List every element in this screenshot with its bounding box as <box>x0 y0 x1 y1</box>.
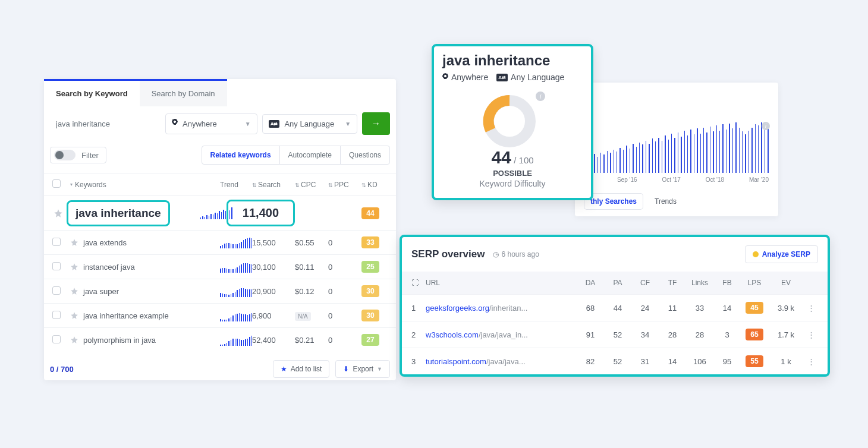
serp-updated-time: ◷6 hours ago <box>493 250 539 258</box>
coin-icon <box>753 251 759 257</box>
tab-keyword[interactable]: Search by Keyword <box>44 81 140 106</box>
select-all-checkbox[interactable] <box>52 179 61 188</box>
language-dropdown[interactable]: A⇄ Any Language ▼ <box>262 114 358 134</box>
trend-sparkline <box>220 236 252 248</box>
cf-value: 31 <box>631 357 659 366</box>
location-dropdown[interactable]: Anywhere ▼ <box>165 113 257 134</box>
kd-badge: 25 <box>361 261 379 273</box>
serp-row[interactable]: 1geeksforgeeks.org/inheritan...684424113… <box>402 294 828 321</box>
kd-card-title: java inheritance <box>442 52 583 69</box>
links-value: 28 <box>686 330 713 339</box>
col-kd[interactable]: ⇅KD <box>361 181 388 189</box>
pill-questions[interactable]: Questions <box>340 146 389 164</box>
serp-url[interactable]: w3schools.com/java/java_in... <box>426 330 577 339</box>
col-cpc[interactable]: ⇅CPC <box>295 181 328 189</box>
star-icon[interactable] <box>70 336 78 344</box>
row-checkbox[interactable] <box>52 335 61 343</box>
col-tf: TF <box>659 279 686 287</box>
keyword-text: java extends <box>83 238 220 247</box>
trend-sparkline <box>220 334 252 346</box>
col-ev: EV <box>768 279 804 287</box>
selection-counter: 0 / 700 <box>50 365 74 374</box>
col-fb: FB <box>713 279 741 287</box>
serp-rank: 3 <box>411 357 426 366</box>
star-icon[interactable] <box>70 311 78 320</box>
kd-card-meta: Anywhere A⇄Any Language <box>442 72 583 82</box>
kd-badge: 27 <box>361 334 379 346</box>
serp-table-header: ⛶ URL DA PA CF TF Links FB LPS EV <box>402 272 828 294</box>
analyze-serp-button[interactable]: Analyze SERP <box>745 245 818 263</box>
ev-value: 1 k <box>768 357 804 366</box>
info-icon[interactable]: i <box>536 92 545 101</box>
ppc-value: 0 <box>328 336 361 345</box>
col-keywords[interactable]: ▾Keywords <box>70 181 220 189</box>
star-icon[interactable] <box>70 238 78 247</box>
star-icon[interactable] <box>70 287 78 295</box>
keyword-row[interactable]: java super20,900$0.12030 <box>44 279 396 303</box>
cpc-value: $0.55 <box>295 238 328 247</box>
kd-badge: 44 <box>361 207 379 219</box>
download-icon: ⬇ <box>343 365 349 373</box>
kd-label: Keyword Difficulty <box>442 179 583 188</box>
da-value: 91 <box>577 330 604 339</box>
row-checkbox[interactable] <box>52 311 61 319</box>
serp-row[interactable]: 3tutorialspoint.com/java/java...82523114… <box>402 348 828 374</box>
keyword-input[interactable] <box>54 113 161 134</box>
pill-autocomplete[interactable]: Autocomplete <box>279 146 340 164</box>
tf-value: 28 <box>659 330 686 339</box>
ppc-value: 0 <box>328 287 361 296</box>
serp-rank: 2 <box>411 330 426 339</box>
tab-domain[interactable]: Search by Domain <box>140 81 227 106</box>
search-volume: 52,400 <box>252 336 295 345</box>
search-go-button[interactable]: → <box>362 112 390 135</box>
col-ppc[interactable]: ⇅PPC <box>328 181 361 189</box>
clock-icon: ◷ <box>493 250 499 258</box>
pill-related[interactable]: Related keywords <box>202 146 279 164</box>
serp-url[interactable]: tutorialspoint.com/java/java... <box>426 357 577 366</box>
keyword-row[interactable]: java inheritance example6,900N/A030 <box>44 303 396 327</box>
cpc-value: N/A <box>295 311 328 320</box>
row-checkbox[interactable] <box>52 238 61 246</box>
col-da: DA <box>577 279 604 287</box>
info-icon[interactable]: i <box>762 122 770 130</box>
toggle-switch[interactable] <box>54 150 76 160</box>
row-menu-icon[interactable]: ⋮ <box>804 357 818 366</box>
da-value: 68 <box>577 304 604 313</box>
add-to-list-button[interactable]: ★ Add to list <box>273 360 330 378</box>
expand-icon[interactable]: ⛶ <box>411 279 426 287</box>
serp-row[interactable]: 2w3schools.com/java/java_in...9152342828… <box>402 321 828 348</box>
ev-value: 1.7 k <box>768 330 804 339</box>
col-search[interactable]: ⇅Search <box>252 181 295 189</box>
row-checkbox[interactable] <box>52 262 61 270</box>
star-icon: ★ <box>281 365 287 373</box>
ppc-value: 0 <box>328 311 361 320</box>
kd-badge: 33 <box>361 236 379 248</box>
col-links: Links <box>686 279 713 287</box>
row-menu-icon[interactable]: ⋮ <box>804 304 818 313</box>
keyword-row[interactable]: java extends15,500$0.55033 <box>44 230 396 254</box>
pa-value: 52 <box>604 357 631 366</box>
lps-badge: 45 <box>746 302 763 314</box>
keyword-type-pills: Related keywords Autocomplete Questions <box>202 146 390 165</box>
search-volume: 30,100 <box>252 263 295 272</box>
serp-header: SERP overview ◷6 hours ago Analyze SERP <box>402 237 828 272</box>
lps-badge: 55 <box>746 355 763 367</box>
trend-sparkline <box>220 310 252 321</box>
chart-tab-trends[interactable]: Trends <box>649 194 683 209</box>
cpc-value: $0.11 <box>295 263 328 272</box>
row-checkbox[interactable] <box>52 286 61 295</box>
keyword-row[interactable]: polymorphism in java52,400$0.21027 <box>44 327 396 352</box>
row-menu-icon[interactable]: ⋮ <box>804 330 818 339</box>
filter-toggle[interactable]: Filter <box>50 147 106 163</box>
ev-value: 3.9 k <box>768 304 804 313</box>
keyword-row[interactable]: instanceof java30,100$0.11025 <box>44 254 396 279</box>
ppc-value: 0 <box>328 238 361 247</box>
star-icon[interactable] <box>70 263 78 271</box>
star-icon[interactable] <box>54 209 63 218</box>
trend-sparkline <box>220 261 252 273</box>
tf-value: 14 <box>659 357 686 366</box>
serp-url[interactable]: geeksforgeeks.org/inheritan... <box>426 304 577 313</box>
col-url: URL <box>426 279 577 287</box>
export-button[interactable]: ⬇ Export ▼ <box>335 360 390 378</box>
links-value: 33 <box>686 304 713 313</box>
